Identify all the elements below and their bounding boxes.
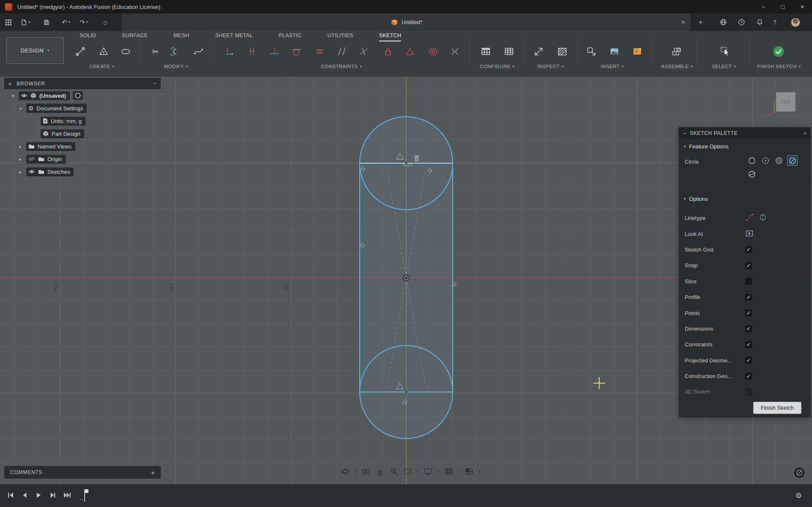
pan-hand-icon[interactable] — [375, 467, 385, 477]
caret-right-icon[interactable]: ▸ — [18, 157, 23, 162]
constraint-lock-icon[interactable] — [382, 45, 394, 58]
finish-sketch-button[interactable] — [771, 44, 786, 59]
tab-utilities[interactable]: UTILITIES — [328, 31, 353, 41]
3d-sketch-checkbox[interactable]: ✓ — [745, 389, 752, 395]
browser-row-named-views[interactable]: ▸ Named Views — [4, 140, 161, 153]
user-avatar[interactable] — [791, 14, 800, 31]
points-checkbox[interactable]: ✓ — [745, 310, 752, 316]
collapse-panel-icon[interactable]: « — [8, 80, 11, 87]
2-point-circle-icon[interactable] — [760, 155, 771, 166]
polygon-tool-icon[interactable] — [97, 45, 110, 58]
sketch-grid-checkbox[interactable]: ✓ — [745, 246, 752, 253]
options-section-header[interactable]: ▾ Options — [679, 192, 811, 206]
2-tangent-circle-icon[interactable] — [787, 155, 798, 166]
slice-checkbox[interactable]: ✓ — [745, 278, 752, 285]
create-group-dropdown[interactable]: CREATE▾ — [90, 64, 114, 69]
finish-sketch-palette-button[interactable]: Finish Sketch — [753, 402, 801, 414]
orbit-icon[interactable] — [341, 467, 350, 477]
3-point-circle-icon[interactable] — [773, 155, 784, 166]
caret-down-icon[interactable]: ▾ — [458, 470, 460, 474]
insert-derive-icon[interactable] — [585, 45, 598, 58]
snap-checkbox[interactable]: ✓ — [745, 262, 752, 269]
workspace-selector[interactable]: DESIGN ▾ — [6, 37, 64, 64]
feature-options-section-header[interactable]: ▾ Feature Options — [679, 139, 811, 153]
help-icon[interactable]: ? — [773, 14, 776, 31]
constraint-fix-icon[interactable] — [404, 45, 416, 58]
viewcube[interactable]: TOP — [776, 92, 795, 112]
caret-down-icon[interactable]: ▾ — [479, 470, 481, 474]
caret-right-icon[interactable]: ▸ — [18, 170, 23, 174]
caret-right-icon[interactable]: ▸ — [18, 144, 23, 149]
browser-row-sketches[interactable]: ▸ Sketches — [4, 165, 161, 178]
skip-to-end-icon[interactable] — [63, 491, 71, 500]
constraint-horizontal-vertical-icon[interactable] — [223, 45, 236, 58]
line-tool-icon[interactable] — [74, 45, 87, 58]
window-maximize-button[interactable]: □ — [773, 0, 793, 14]
trim-scissors-icon[interactable]: ✂ — [149, 45, 162, 58]
measure-tool-icon[interactable] — [532, 45, 545, 58]
tab-surface[interactable]: SURFACE — [122, 31, 148, 41]
notifications-bell-icon[interactable] — [756, 14, 763, 31]
section-analysis-icon[interactable] — [556, 45, 569, 58]
look-at-icon[interactable] — [745, 229, 754, 239]
insert-decal-icon[interactable] — [631, 45, 644, 58]
caret-down-icon[interactable]: ▾ — [10, 93, 16, 98]
constraints-group-dropdown[interactable]: CONSTRAINTS▾ — [321, 64, 362, 69]
new-component-icon[interactable] — [670, 45, 683, 58]
inspect-group-dropdown[interactable]: INSPECT▾ — [537, 64, 564, 69]
slot-tool-icon[interactable] — [119, 45, 132, 58]
tab-sketch[interactable]: SKETCH — [379, 31, 402, 41]
browser-row-part-design[interactable]: Part Design — [4, 127, 161, 140]
step-forward-icon[interactable] — [49, 491, 56, 500]
insert-group-dropdown[interactable]: INSERT▾ — [601, 64, 624, 69]
profile-checkbox[interactable]: ✓ — [745, 294, 752, 301]
configure-group-dropdown[interactable]: CONFIGURE▾ — [480, 64, 515, 69]
look-at-face-icon[interactable] — [361, 467, 371, 477]
constraint-equal-icon[interactable] — [313, 45, 326, 58]
tab-sheet-metal[interactable]: SHEET METAL — [215, 31, 253, 41]
visibility-eye-icon[interactable] — [28, 169, 35, 174]
job-status-icon[interactable] — [738, 14, 745, 31]
tab-solid[interactable]: SOLID — [80, 31, 96, 41]
caret-down-icon[interactable]: ▾ — [18, 106, 23, 111]
minimize-panel-icon[interactable]: − — [683, 130, 686, 137]
select-group-dropdown[interactable]: SELECT▾ — [712, 64, 736, 69]
modify-group-dropdown[interactable]: MODIFY▾ — [164, 64, 188, 69]
3-tangent-circle-icon[interactable] — [746, 169, 757, 179]
display-settings-icon[interactable] — [424, 467, 433, 477]
finish-sketch-group-dropdown[interactable]: FINISH SKETCH▾ — [757, 64, 801, 69]
spline-tool-icon[interactable] — [192, 45, 205, 58]
projected-geometry-checkbox[interactable]: ✓ — [745, 357, 752, 364]
file-menu-button[interactable]: ▾ — [20, 14, 30, 31]
undo-button[interactable]: ↶▾ — [62, 14, 70, 31]
play-icon[interactable] — [35, 491, 42, 500]
window-close-button[interactable]: × — [793, 0, 812, 14]
configuration-table-icon[interactable] — [503, 45, 515, 58]
timeline-marker[interactable] — [79, 487, 91, 505]
viewports-icon[interactable] — [465, 467, 474, 477]
add-comment-icon[interactable]: + — [151, 469, 155, 476]
tab-mesh[interactable]: MESH — [173, 31, 189, 41]
insert-canvas-image-icon[interactable] — [608, 45, 621, 58]
centerline-linetype-icon[interactable] — [758, 213, 768, 223]
fit-view-icon[interactable] — [403, 467, 413, 477]
step-back-icon[interactable] — [21, 491, 28, 500]
constraint-parallel-icon[interactable] — [336, 45, 348, 58]
document-name[interactable]: (Unsaved) — [39, 93, 66, 99]
window-minimize-button[interactable]: − — [754, 0, 773, 14]
active-component-radio-icon[interactable] — [73, 91, 83, 100]
dimensions-checkbox[interactable]: ✓ — [745, 325, 752, 332]
app-grid-icon[interactable] — [5, 14, 12, 31]
expand-panel-icon[interactable]: » — [804, 130, 806, 136]
constraint-collinear-icon[interactable] — [268, 45, 281, 58]
constraint-perpendicular-icon[interactable] — [358, 45, 370, 58]
new-tab-icon[interactable]: + — [699, 14, 703, 31]
offset-tool-icon[interactable] — [170, 45, 182, 58]
caret-down-icon[interactable]: ▾ — [355, 470, 357, 474]
caret-down-icon[interactable]: ▾ — [438, 470, 440, 474]
center-diameter-circle-icon[interactable] — [746, 155, 757, 166]
home-view-button[interactable]: ⌂ — [103, 14, 107, 31]
select-tool-icon[interactable] — [719, 45, 732, 58]
constraints-checkbox[interactable]: ✓ — [745, 341, 752, 348]
close-tab-icon[interactable]: × — [681, 19, 685, 26]
